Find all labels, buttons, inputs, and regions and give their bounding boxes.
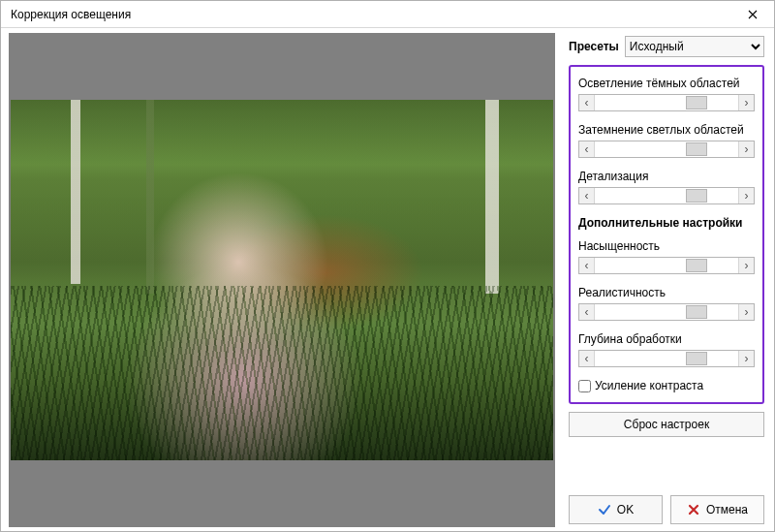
chevron-left-icon: ‹: [585, 305, 589, 319]
check-icon: [598, 503, 611, 516]
chevron-left-icon: ‹: [585, 96, 589, 110]
advanced-header: Дополнительные настройки: [578, 216, 755, 230]
saturation-group: Насыщенность ‹ ›: [578, 239, 755, 274]
preview-image: [11, 100, 553, 460]
chevron-right-icon: ›: [745, 259, 749, 272]
realism-group: Реалистичность ‹ ›: [578, 286, 755, 321]
slider-increase-button[interactable]: ›: [738, 258, 754, 273]
realism-label: Реалистичность: [578, 286, 755, 299]
cancel-button[interactable]: Отмена: [670, 495, 764, 524]
cross-icon: [687, 503, 700, 516]
preset-row: Пресеты Исходный: [569, 36, 764, 57]
contrast-boost-checkbox[interactable]: [578, 380, 591, 392]
slider-increase-button[interactable]: ›: [738, 141, 754, 157]
dialog-button-row: OK Отмена: [569, 495, 764, 524]
chevron-left-icon: ‹: [585, 259, 589, 272]
slider-thumb[interactable]: [686, 189, 707, 203]
detail-label: Детализация: [578, 170, 755, 183]
slider-increase-button[interactable]: ›: [738, 188, 754, 203]
slider-thumb[interactable]: [686, 352, 707, 365]
content-area: Пресеты Исходный Осветление тёмных облас…: [1, 28, 774, 532]
slider-thumb[interactable]: [686, 142, 707, 156]
chevron-right-icon: ›: [745, 142, 749, 156]
window-title: Коррекция освещения: [11, 8, 731, 21]
saturation-label: Насыщенность: [578, 239, 755, 253]
depth-group: Глубина обработки ‹ ›: [578, 332, 755, 367]
settings-panel: Осветление тёмных областей ‹ › Затемнени…: [569, 65, 764, 404]
slider-decrease-button[interactable]: ‹: [579, 351, 595, 366]
slider-track[interactable]: [595, 141, 738, 157]
chevron-right-icon: ›: [745, 305, 749, 319]
chevron-right-icon: ›: [745, 96, 749, 110]
depth-slider[interactable]: ‹ ›: [578, 350, 755, 367]
shadows-group: Осветление тёмных областей ‹ ›: [578, 77, 755, 111]
slider-thumb[interactable]: [686, 96, 707, 110]
slider-thumb[interactable]: [686, 259, 707, 272]
close-button[interactable]: [731, 1, 774, 28]
detail-slider[interactable]: ‹ ›: [578, 187, 755, 204]
saturation-slider[interactable]: ‹ ›: [578, 257, 755, 274]
slider-increase-button[interactable]: ›: [738, 304, 754, 320]
title-bar: Коррекция освещения: [1, 1, 774, 28]
chevron-left-icon: ‹: [585, 142, 589, 156]
slider-decrease-button[interactable]: ‹: [579, 141, 595, 157]
chevron-left-icon: ‹: [585, 352, 589, 365]
slider-decrease-button[interactable]: ‹: [579, 258, 595, 273]
slider-decrease-button[interactable]: ‹: [579, 188, 595, 203]
presets-label: Пресеты: [569, 40, 619, 53]
highlights-label: Затемнение светлых областей: [578, 123, 755, 137]
detail-group: Детализация ‹ ›: [578, 170, 755, 204]
ok-button-label: OK: [617, 503, 634, 516]
slider-increase-button[interactable]: ›: [738, 351, 754, 366]
slider-track[interactable]: [595, 258, 738, 273]
chevron-left-icon: ‹: [585, 189, 589, 203]
slider-track[interactable]: [595, 304, 738, 320]
slider-track[interactable]: [595, 95, 738, 110]
slider-decrease-button[interactable]: ‹: [579, 304, 595, 320]
controls-pane: Пресеты Исходный Осветление тёмных облас…: [561, 28, 774, 532]
highlights-group: Затемнение светлых областей ‹ ›: [578, 123, 755, 158]
slider-track[interactable]: [595, 351, 738, 366]
contrast-boost-row: Усиление контраста: [578, 379, 755, 392]
shadows-label: Осветление тёмных областей: [578, 77, 755, 90]
contrast-boost-label: Усиление контраста: [595, 379, 703, 392]
slider-increase-button[interactable]: ›: [738, 95, 754, 110]
cancel-button-label: Отмена: [706, 503, 748, 516]
close-icon: [748, 10, 758, 19]
slider-track[interactable]: [595, 188, 738, 203]
ok-button[interactable]: OK: [569, 495, 663, 524]
realism-slider[interactable]: ‹ ›: [578, 303, 755, 321]
slider-decrease-button[interactable]: ‹: [579, 95, 595, 110]
chevron-right-icon: ›: [745, 352, 749, 365]
preview-pane: [1, 28, 561, 532]
presets-dropdown[interactable]: Исходный: [625, 36, 764, 57]
chevron-right-icon: ›: [745, 189, 749, 203]
reset-button[interactable]: Сброс настроек: [569, 412, 764, 437]
slider-thumb[interactable]: [686, 305, 707, 319]
shadows-slider[interactable]: ‹ ›: [578, 94, 755, 111]
depth-label: Глубина обработки: [578, 332, 755, 346]
highlights-slider[interactable]: ‹ ›: [578, 141, 755, 158]
preview-frame: [9, 33, 555, 527]
